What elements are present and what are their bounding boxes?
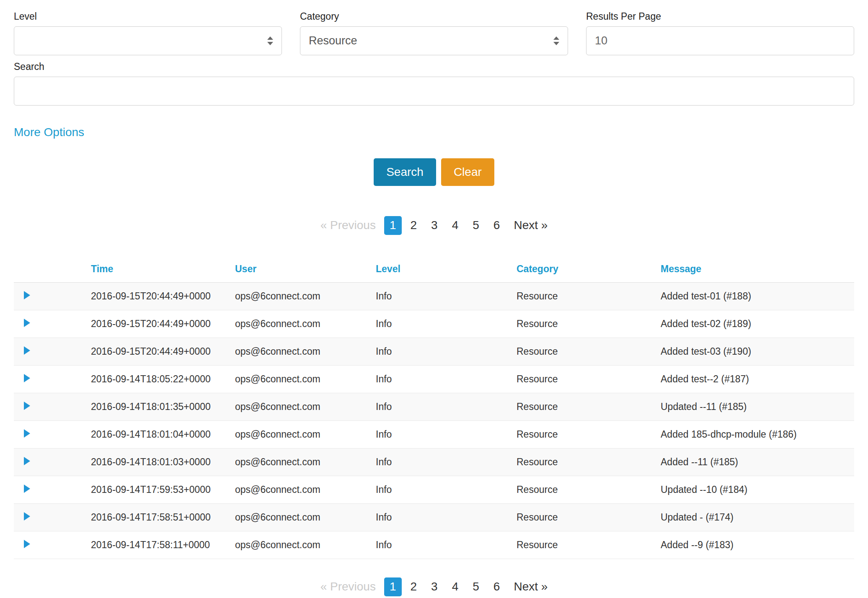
- cell-time: 2016-09-14T17:58:11+0000: [91, 531, 235, 559]
- table-row: 2016-09-14T17:59:53+0000 ops@6connect.co…: [14, 476, 854, 503]
- log-table-header-row: Time User Level Category Message: [14, 255, 854, 283]
- cell-level: Info: [376, 282, 517, 310]
- next-button[interactable]: Next »: [514, 219, 548, 232]
- cell-category: Resource: [517, 503, 661, 531]
- more-options-link[interactable]: More Options: [14, 126, 84, 139]
- expand-cell: [14, 393, 91, 420]
- cell-level: Info: [376, 393, 517, 420]
- cell-message: Updated --11 (#185): [661, 393, 854, 420]
- expand-row-icon[interactable]: [24, 319, 30, 327]
- previous-button[interactable]: « Previous: [320, 580, 376, 593]
- cell-category: Resource: [517, 420, 661, 448]
- expand-row-icon[interactable]: [24, 291, 30, 299]
- cell-user: ops@6connect.com: [235, 531, 376, 559]
- cell-category: Resource: [517, 393, 661, 420]
- expand-row-icon[interactable]: [24, 512, 30, 521]
- page-button-4[interactable]: 4: [447, 216, 464, 235]
- cell-message: Added 185-dhcp-module (#186): [661, 420, 854, 448]
- cell-level: Info: [376, 531, 517, 559]
- search-input[interactable]: [14, 77, 854, 106]
- cell-category: Resource: [517, 531, 661, 559]
- header-message: Message: [661, 255, 854, 283]
- cell-user: ops@6connect.com: [235, 476, 376, 503]
- cell-time: 2016-09-15T20:44:49+0000: [91, 282, 235, 310]
- log-table: Time User Level Category Message 2016-09…: [14, 255, 854, 559]
- page-button-2[interactable]: 2: [405, 577, 423, 596]
- cell-time: 2016-09-14T18:01:35+0000: [91, 393, 235, 420]
- expand-cell: [14, 448, 91, 476]
- table-row: 2016-09-15T20:44:49+0000 ops@6connect.co…: [14, 282, 854, 310]
- expand-row-icon[interactable]: [24, 485, 30, 493]
- page-button-6[interactable]: 6: [488, 216, 506, 235]
- cell-level: Info: [376, 503, 517, 531]
- results-per-page-filter: Results Per Page: [586, 11, 854, 55]
- cell-time: 2016-09-15T20:44:49+0000: [91, 338, 235, 365]
- header-time: Time: [91, 255, 235, 283]
- cell-user: ops@6connect.com: [235, 420, 376, 448]
- page-button-1[interactable]: 1: [384, 577, 402, 596]
- page-button-1[interactable]: 1: [384, 216, 402, 235]
- cell-time: 2016-09-15T20:44:49+0000: [91, 310, 235, 338]
- button-row: Search Clear: [14, 158, 854, 186]
- cell-message: Added test-02 (#189): [661, 310, 854, 338]
- pagination-bottom: « Previous 123456 Next »: [14, 577, 854, 596]
- results-per-page-input[interactable]: [586, 26, 854, 55]
- expand-row-icon[interactable]: [24, 402, 30, 410]
- select-caret-icon: [553, 36, 559, 45]
- previous-button[interactable]: « Previous: [320, 219, 376, 232]
- cell-category: Resource: [517, 476, 661, 503]
- category-select[interactable]: Resource: [300, 26, 568, 55]
- expand-cell: [14, 503, 91, 531]
- table-row: 2016-09-14T18:01:04+0000 ops@6connect.co…: [14, 420, 854, 448]
- expand-row-icon[interactable]: [24, 429, 30, 438]
- page-button-4[interactable]: 4: [447, 577, 464, 596]
- cell-level: Info: [376, 365, 517, 393]
- page-button-6[interactable]: 6: [488, 577, 506, 596]
- cell-user: ops@6connect.com: [235, 338, 376, 365]
- cell-user: ops@6connect.com: [235, 310, 376, 338]
- table-row: 2016-09-14T17:58:51+0000 ops@6connect.co…: [14, 503, 854, 531]
- cell-user: ops@6connect.com: [235, 282, 376, 310]
- log-search-page: Level Category Resource Results Per Page…: [0, 0, 868, 598]
- search-label: Search: [14, 61, 854, 72]
- page-list: 123456: [382, 216, 507, 235]
- search-button[interactable]: Search: [374, 158, 436, 186]
- cell-user: ops@6connect.com: [235, 393, 376, 420]
- header-user: User: [235, 255, 376, 283]
- cell-level: Info: [376, 338, 517, 365]
- cell-user: ops@6connect.com: [235, 365, 376, 393]
- log-table-body: 2016-09-15T20:44:49+0000 ops@6connect.co…: [14, 282, 854, 559]
- cell-message: Added test--2 (#187): [661, 365, 854, 393]
- cell-message: Added test-03 (#190): [661, 338, 854, 365]
- clear-button[interactable]: Clear: [441, 158, 494, 186]
- cell-time: 2016-09-14T18:01:04+0000: [91, 420, 235, 448]
- header-level: Level: [376, 255, 517, 283]
- cell-category: Resource: [517, 448, 661, 476]
- cell-level: Info: [376, 310, 517, 338]
- page-button-3[interactable]: 3: [426, 577, 443, 596]
- expand-row-icon[interactable]: [24, 374, 30, 382]
- expand-cell: [14, 531, 91, 559]
- filter-row: Level Category Resource Results Per Page: [14, 11, 854, 55]
- category-select-value: Resource: [309, 34, 357, 47]
- level-select[interactable]: [14, 26, 282, 55]
- cell-user: ops@6connect.com: [235, 503, 376, 531]
- cell-time: 2016-09-14T17:59:53+0000: [91, 476, 235, 503]
- expand-cell: [14, 420, 91, 448]
- expand-row-icon[interactable]: [24, 457, 30, 465]
- expand-row-icon[interactable]: [24, 540, 30, 548]
- page-list: 123456: [382, 577, 507, 596]
- category-label: Category: [300, 11, 568, 22]
- page-button-5[interactable]: 5: [467, 577, 485, 596]
- expand-row-icon[interactable]: [24, 346, 30, 355]
- page-button-5[interactable]: 5: [467, 216, 485, 235]
- cell-user: ops@6connect.com: [235, 448, 376, 476]
- cell-level: Info: [376, 420, 517, 448]
- select-caret-icon: [267, 36, 273, 45]
- cell-time: 2016-09-14T17:58:51+0000: [91, 503, 235, 531]
- page-button-3[interactable]: 3: [426, 216, 443, 235]
- cell-category: Resource: [517, 310, 661, 338]
- page-button-2[interactable]: 2: [405, 216, 423, 235]
- table-row: 2016-09-15T20:44:49+0000 ops@6connect.co…: [14, 310, 854, 338]
- next-button[interactable]: Next »: [514, 580, 548, 593]
